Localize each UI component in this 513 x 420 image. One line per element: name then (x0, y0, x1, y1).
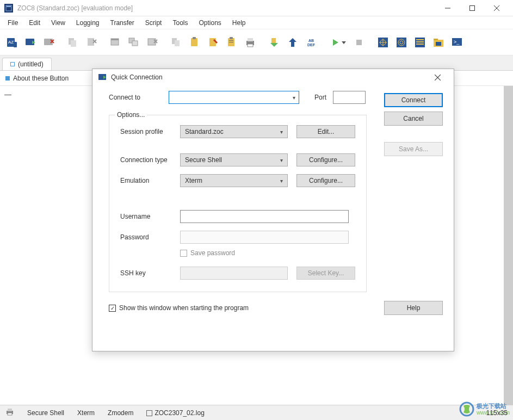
toolbar-print-icon[interactable] (242, 34, 259, 51)
toolbar-edit-icon[interactable] (205, 34, 222, 51)
help-button[interactable]: Help (384, 301, 443, 315)
username-input[interactable] (180, 210, 349, 223)
port-input[interactable] (333, 91, 366, 104)
connect-to-label: Connect to (109, 94, 169, 101)
toolbar-stop-icon[interactable] (350, 34, 368, 51)
configure-emulation-button[interactable]: Configure... (296, 174, 355, 187)
toolbar-list-icon[interactable] (411, 34, 429, 51)
edit-button[interactable]: Edit... (296, 125, 355, 138)
sshkey-input (180, 267, 288, 280)
password-input[interactable] (180, 231, 349, 244)
toolbar-download-icon[interactable] (265, 34, 283, 51)
menu-logging[interactable]: Logging (71, 17, 105, 28)
svg-rect-35 (229, 42, 233, 42)
svg-rect-57 (416, 41, 424, 42)
chevron-down-icon: ▾ (280, 129, 283, 135)
terminal-prompt: — (4, 90, 11, 98)
tab-untitled[interactable]: (untitled) (2, 58, 52, 70)
close-button[interactable] (484, 0, 509, 16)
svg-rect-3 (469, 5, 474, 10)
status-emulation[interactable]: Xterm (77, 409, 95, 417)
tab-status-icon (10, 62, 15, 66)
session-profile-combo[interactable]: Standard.zoc ▾ (180, 125, 288, 138)
menu-file[interactable]: File (2, 17, 23, 28)
menu-view[interactable]: View (46, 17, 71, 28)
dialog-titlebar: Quick Connection (92, 69, 454, 85)
status-bar: Secure Shell Xterm Zmodem ZOC2307_02.log… (0, 405, 513, 420)
toolbar-terminal-icon[interactable]: >_ (448, 34, 466, 51)
toolbar-connect-icon[interactable] (22, 34, 39, 51)
select-key-button: Select Key... (296, 267, 355, 280)
connect-to-combo[interactable]: ▾ (169, 91, 299, 104)
toolbar-paste-icon[interactable] (186, 34, 203, 51)
toolbar-target1-icon[interactable] (374, 34, 392, 51)
cancel-button[interactable]: Cancel (384, 112, 443, 126)
port-label: Port (314, 94, 326, 101)
save-password-label: Save password (190, 249, 235, 257)
status-connection-type[interactable]: Secure Shell (27, 409, 64, 417)
svg-rect-42 (291, 42, 294, 47)
toolbar-copy-icon[interactable] (64, 34, 82, 51)
configure-connection-button[interactable]: Configure... (296, 153, 355, 166)
status-size: 115x35 (486, 409, 508, 417)
emulation-label: Emulation (120, 177, 180, 184)
window-titlebar: ZOC8 (Standard.zoc) [evaluation mode] (0, 0, 513, 16)
toolbar-clipboard-icon[interactable] (223, 34, 240, 51)
menu-options[interactable]: Options (193, 17, 226, 28)
session-profile-label: Session profile (120, 128, 180, 135)
svg-rect-47 (356, 40, 362, 45)
menu-edit[interactable]: Edit (23, 17, 46, 28)
scrollbar-thumb[interactable] (504, 86, 513, 405)
status-transfer[interactable]: Zmodem (108, 409, 133, 417)
svg-rect-28 (191, 38, 197, 46)
sshkey-label: SSH key (120, 269, 180, 277)
menu-script[interactable]: Script (140, 17, 168, 28)
toolbar-target2-icon[interactable] (393, 34, 410, 51)
save-password-checkbox[interactable] (180, 250, 187, 257)
toolbar-cut-icon[interactable] (83, 34, 100, 51)
svg-text:AB: AB (308, 39, 314, 42)
toolbar-upload-icon[interactable] (284, 34, 301, 51)
svg-rect-27 (175, 40, 180, 46)
connection-type-label: Connection type (120, 156, 180, 164)
status-logfile[interactable]: ZOC2307_02.log (146, 409, 204, 417)
saveas-button: Save As... (384, 142, 443, 156)
toolbar-hostdir-icon[interactable]: AZ (3, 34, 21, 51)
minimize-button[interactable] (435, 0, 460, 16)
window-title: ZOC8 (Standard.zoc) [evaluation mode] (17, 4, 435, 12)
menu-help[interactable]: Help (227, 17, 251, 28)
username-label: Username (120, 213, 180, 220)
show-on-start-checkbox[interactable]: ✓ (109, 305, 116, 312)
options-legend: Options... (115, 111, 147, 119)
secondary-bar-label[interactable]: About these Button (13, 75, 69, 82)
svg-text:DEF: DEF (307, 43, 316, 47)
toolbar-disconnect-icon[interactable] (40, 34, 58, 51)
scrollbar-track[interactable] (504, 86, 513, 405)
maximize-button[interactable] (460, 0, 484, 16)
dialog-close-button[interactable] (427, 69, 448, 85)
svg-rect-1 (7, 6, 11, 7)
toolbar-windows-icon[interactable] (125, 34, 143, 51)
toolbar-folder-icon[interactable] (430, 34, 447, 51)
chevron-down-icon: ▾ (293, 95, 295, 101)
svg-rect-16 (88, 38, 94, 46)
logfile-checkbox-icon (146, 410, 152, 416)
connect-button[interactable]: Connect (384, 93, 443, 107)
svg-marker-40 (270, 43, 278, 47)
emulation-combo[interactable]: Xterm ▾ (180, 174, 288, 187)
svg-rect-20 (111, 39, 119, 40)
toolbar-run-icon[interactable] (326, 34, 349, 51)
menu-tools[interactable]: Tools (167, 17, 193, 28)
toolbar-delwindow-icon[interactable] (144, 34, 161, 51)
svg-rect-60 (434, 39, 438, 40)
chevron-down-icon: ▾ (280, 157, 283, 163)
toolbar-duplicate-icon[interactable] (168, 34, 185, 51)
svg-rect-29 (193, 37, 196, 39)
connection-type-combo[interactable]: Secure Shell ▾ (180, 153, 288, 166)
tab-label: (untitled) (18, 60, 44, 68)
toolbar-window-icon[interactable] (107, 34, 124, 51)
menu-transfer[interactable]: Transfer (105, 17, 140, 28)
show-on-start-label: Show this window when starting the progr… (119, 304, 249, 312)
toolbar-ascii-icon[interactable]: ABDEF (302, 34, 320, 51)
printer-icon (5, 408, 14, 417)
